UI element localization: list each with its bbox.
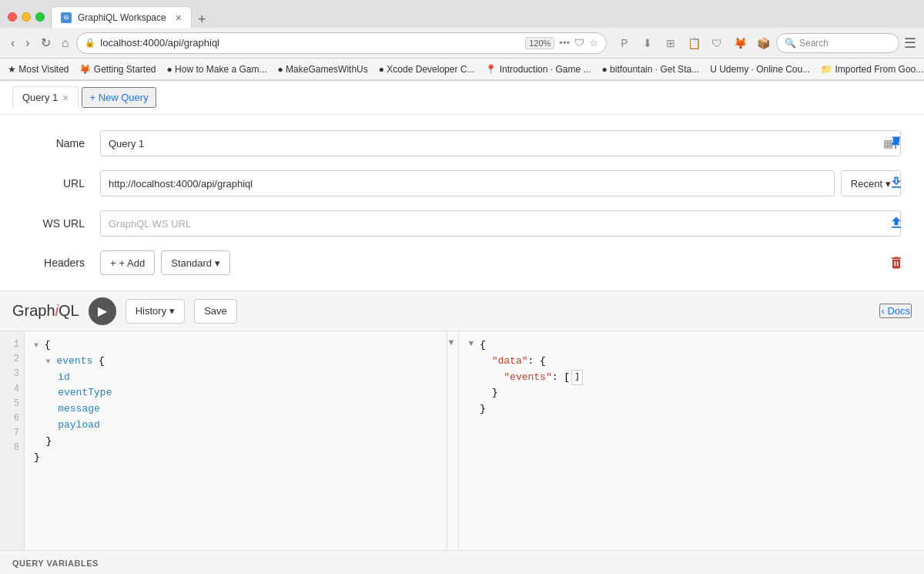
tab-close-button[interactable]: × [176, 12, 182, 24]
editor-row: 1 2 3 4 5 6 7 8 ▼ { ▼ events { id ev [0, 331, 447, 550]
browser-tab-active[interactable]: G GraphiQL Workspace × [51, 6, 192, 28]
config-area: Name ▦ URL Recent ▾ WS URL Headers [0, 115, 924, 291]
docs-button[interactable]: ‹ Docs [879, 304, 912, 318]
bookmarks-icon[interactable]: ⊞ [662, 35, 679, 52]
address-bar-container[interactable]: 🔒 120% ••• 🛡 ☆ [76, 32, 607, 54]
query-editor-pane[interactable]: 1 2 3 4 5 6 7 8 ▼ { ▼ events { id ev [0, 331, 447, 550]
delete-button[interactable] [884, 250, 909, 275]
line-number-5: 5 [0, 397, 19, 411]
pin-button[interactable] [884, 130, 909, 155]
address-bar-input[interactable] [100, 37, 521, 49]
name-row: Name ▦ [23, 130, 901, 156]
ws-url-row: WS URL [23, 210, 901, 237]
lock-icon: 🔒 [85, 38, 95, 48]
standard-button[interactable]: Standard ▾ [161, 250, 230, 275]
bookmark-getting-started[interactable]: 🦊 Getting Started [79, 64, 156, 75]
add-header-button[interactable]: + + Add [100, 250, 155, 275]
query-variables-bar[interactable]: QUERY VARIABLES [0, 550, 924, 574]
query-variables-label: QUERY VARIABLES [12, 559, 99, 568]
fold-2[interactable]: ▼ [46, 357, 51, 366]
shield-nav-icon[interactable]: 🛡 [574, 37, 584, 49]
back-button[interactable]: ‹ [8, 35, 18, 52]
url-input[interactable] [100, 170, 835, 196]
line-number-6: 6 [0, 411, 19, 426]
more-nav-icon[interactable]: ••• [559, 37, 570, 49]
save-to-file-button[interactable] [884, 170, 909, 195]
shield2-icon[interactable]: 🛡 [708, 35, 725, 52]
query-tab-1[interactable]: Query 1 × [12, 86, 79, 109]
maximize-traffic-light[interactable] [35, 12, 45, 22]
line-number-4: 4 [0, 382, 19, 397]
run-query-button[interactable]: ▶ [89, 297, 116, 325]
home-button[interactable]: ⌂ [59, 35, 72, 52]
new-query-button[interactable]: + New Query [82, 87, 156, 108]
fold-1[interactable]: ▼ [34, 341, 38, 350]
query-line-5: message [34, 401, 437, 418]
ws-url-label: WS URL [23, 217, 85, 230]
refresh-button[interactable]: ↻ [38, 34, 54, 52]
query-tab-1-close[interactable]: × [62, 92, 69, 104]
result-header: ▼ { "data": { "events": [] } } [468, 337, 915, 418]
search-bar[interactable]: 🔍 Search [776, 33, 899, 53]
right-actions [884, 130, 909, 275]
ws-url-input[interactable] [100, 210, 901, 237]
bookmark-most-visited[interactable]: ★ Most Visited [8, 64, 69, 75]
firefox-icon[interactable]: 🦊 [732, 35, 748, 52]
pane-collapse-container: ▼ [447, 331, 460, 550]
standard-dropdown-icon: ▾ [215, 257, 220, 269]
field-id: id [58, 371, 70, 383]
headers-label: Headers [23, 257, 85, 269]
add-label: + Add [119, 257, 146, 269]
recent-label: Recent [851, 178, 882, 190]
pane-collapse-button[interactable]: ▼ [447, 337, 456, 347]
load-from-file-button[interactable] [884, 210, 909, 235]
editor-area: 1 2 3 4 5 6 7 8 ▼ { ▼ events { id ev [0, 331, 924, 550]
query-line-8: } [34, 450, 437, 466]
download-nav-icon[interactable]: ⬇ [639, 35, 656, 52]
line-numbers: 1 2 3 4 5 6 7 8 [0, 331, 25, 550]
bookmark-bitfountain[interactable]: ● bitfountain · Get Sta... [601, 64, 699, 75]
pocket-icon[interactable]: P [616, 35, 633, 52]
star-nav-icon[interactable]: ☆ [589, 37, 598, 49]
result-collapse-button[interactable]: ▼ [468, 337, 474, 351]
query-tab-1-label: Query 1 [22, 92, 58, 103]
bookmark-xcode[interactable]: ● Xcode Developer C... [379, 64, 475, 75]
containers-icon[interactable]: 📦 [755, 35, 772, 52]
query-code-content[interactable]: ▼ { ▼ events { id eventType message payl… [25, 331, 447, 550]
forward-button[interactable]: › [22, 35, 32, 52]
bookmark-game[interactable]: ● How to Make a Gam... [167, 64, 267, 75]
bookmark-intro-game[interactable]: 📍 Introduction · Game ... [485, 64, 591, 75]
field-eventtype: eventType [58, 387, 112, 398]
close-traffic-light[interactable] [8, 12, 17, 22]
menu-icon[interactable]: ☰ [904, 35, 916, 52]
history-button[interactable]: History ▾ [126, 299, 185, 324]
query-line-1: ▼ { [34, 337, 437, 354]
bookmark-udemy[interactable]: U Udemy · Online Cou... [710, 64, 810, 75]
bookmark-imported[interactable]: 📁 Imported From Goo... [821, 64, 923, 75]
history-dropdown-icon: ▾ [169, 305, 175, 317]
result-line-3: "events": [] [480, 370, 583, 386]
new-tab-button[interactable]: + [192, 12, 213, 28]
query-line-6: payload [34, 418, 437, 434]
search-label: Search [799, 38, 829, 49]
query-line-7: } [34, 434, 437, 450]
browser-chrome: G GraphiQL Workspace × + ‹ › ↻ ⌂ 🔒 120% … [0, 0, 924, 81]
bookmark-makegames[interactable]: ● MakeGamesWithUs [278, 64, 368, 75]
result-line-2: "data": { [480, 354, 583, 370]
line-number-8: 8 [0, 441, 19, 455]
query-tabs: Query 1 × + New Query [0, 81, 924, 115]
url-wrapper: Recent ▾ [100, 170, 901, 196]
minimize-traffic-light[interactable] [22, 12, 31, 22]
tab-bar: G GraphiQL Workspace × + [51, 6, 916, 28]
header-buttons: + + Add Standard ▾ [100, 250, 230, 275]
graphiql-title: GraphiQL [12, 302, 79, 320]
name-input-wrapper: ▦ [100, 130, 901, 156]
save-query-button[interactable]: Save [194, 299, 237, 324]
field-events: events [56, 355, 92, 367]
title-bar: G GraphiQL Workspace × + [0, 0, 924, 28]
line-number-2: 2 [0, 352, 19, 367]
search-icon: 🔍 [785, 38, 796, 49]
field-message: message [58, 403, 100, 415]
name-input[interactable] [100, 130, 901, 156]
reader-icon[interactable]: 📋 [685, 35, 702, 52]
